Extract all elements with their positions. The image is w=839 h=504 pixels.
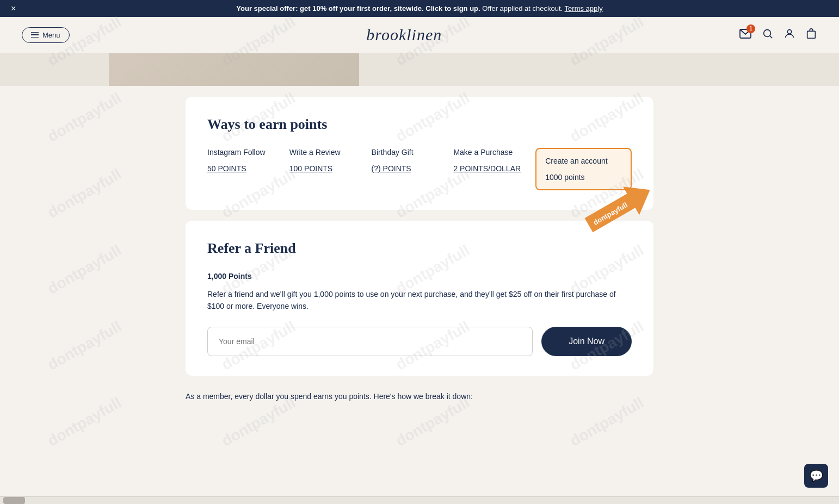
scrollbar-thumb[interactable] [3, 497, 25, 504]
hero-image [109, 53, 359, 86]
earn-item-label-review: Write a Review [289, 148, 366, 157]
hamburger-icon [31, 32, 39, 38]
menu-button[interactable]: Menu [22, 27, 70, 43]
ways-to-earn-title: Ways to earn points [207, 116, 632, 133]
announcement-bold-text: Your special offer: get 10% off your fir… [236, 4, 480, 13]
earn-item-birthday: Birthday Gift (?) POINTS [372, 148, 454, 190]
terms-link[interactable]: Terms apply [565, 4, 603, 13]
bag-icon [805, 28, 817, 40]
watermark: dontpayfull [45, 318, 125, 374]
user-icon [784, 28, 795, 40]
ways-to-earn-card: Ways to earn points Instagram Follow 50 … [186, 97, 653, 210]
join-now-button[interactable]: Join Now [541, 327, 632, 356]
earn-item-value-purchase[interactable]: 2 POINTS/DOLLAR [453, 164, 530, 173]
horizontal-scrollbar[interactable] [0, 496, 839, 504]
announcement-normal-text: Offer applied at checkout. [482, 4, 564, 13]
header: Menu brooklinen 1 [0, 17, 839, 53]
watermark: dontpayfull [45, 89, 125, 145]
earn-item-label-create: Create an account [545, 157, 622, 165]
earn-item-instagram: Instagram Follow 50 POINTS [207, 148, 289, 190]
chat-icon: 💬 [810, 469, 823, 482]
refer-description: Refer a friend and we'll gift you 1,000 … [207, 288, 632, 313]
search-button[interactable] [762, 28, 774, 42]
header-icons: 1 [739, 27, 817, 43]
refer-title: Refer a Friend [207, 240, 632, 257]
cart-badge: 1 [747, 24, 755, 33]
refer-form: Join Now [207, 327, 632, 356]
svg-rect-4 [807, 31, 816, 38]
svg-point-3 [787, 29, 791, 33]
earn-item-value-create[interactable]: 1000 points [545, 173, 622, 182]
watermark: dontpayfull [45, 241, 125, 297]
earn-item-purchase: Make a Purchase 2 POINTS/DOLLAR [453, 148, 535, 190]
earn-points-row: Instagram Follow 50 POINTS Write a Revie… [207, 148, 632, 190]
hero-strip [0, 53, 839, 86]
earn-item-value-birthday[interactable]: (?) POINTS [372, 164, 448, 173]
site-logo: brooklinen [366, 26, 442, 44]
email-input[interactable] [207, 327, 533, 356]
search-icon [762, 28, 774, 40]
earn-item-label-instagram: Instagram Follow [207, 148, 284, 157]
watermark: dontpayfull [45, 394, 125, 450]
email-icon-button[interactable]: 1 [739, 27, 752, 43]
cart-button[interactable] [805, 28, 817, 42]
earn-item-review: Write a Review 100 POINTS [289, 148, 372, 190]
refer-points: 1,000 Points [207, 272, 632, 281]
announcement-bar: × Your special offer: get 10% off your f… [0, 0, 839, 17]
earn-item-label-purchase: Make a Purchase [453, 148, 530, 157]
earn-item-label-birthday: Birthday Gift [372, 148, 448, 157]
svg-line-2 [770, 36, 772, 38]
bottom-text: As a member, every dollar you spend earn… [186, 387, 653, 401]
refer-a-friend-card: Refer a Friend 1,000 Points Refer a frie… [186, 221, 653, 376]
chat-button[interactable]: 💬 [804, 464, 828, 488]
earn-item-value-instagram[interactable]: 50 POINTS [207, 164, 284, 173]
watermark: dontpayfull [45, 165, 125, 221]
main-content: Ways to earn points Instagram Follow 50 … [175, 86, 664, 417]
account-button[interactable] [784, 28, 795, 42]
announcement-close-button[interactable]: × [11, 4, 16, 13]
svg-point-1 [764, 29, 771, 36]
earn-item-value-review[interactable]: 100 POINTS [289, 164, 366, 173]
earn-item-create-account: Create an account 1000 points dontpayful… [535, 148, 632, 190]
